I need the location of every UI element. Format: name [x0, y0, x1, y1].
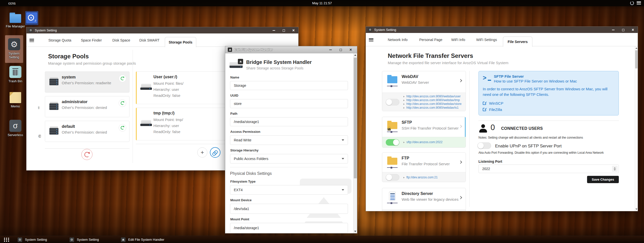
mount-device-input[interactable]	[230, 204, 348, 214]
tab-disk-space[interactable]: Disk Space	[112, 38, 130, 42]
maximize-button[interactable]	[281, 28, 286, 33]
path-label: Path	[230, 112, 348, 115]
desktop-icon-trash-bin[interactable]: Trash Bin	[6, 66, 25, 83]
form-title: Bridge File System Handler	[246, 59, 312, 65]
trash-icon	[9, 66, 21, 78]
ftp-toggle-off[interactable]	[386, 174, 399, 181]
hamburger-icon[interactable]	[29, 39, 34, 42]
tab-network-info[interactable]: Network Info	[388, 38, 408, 42]
terminal-icon: >	[483, 75, 492, 82]
pool-item-administrator[interactable]: administrator Other's Permission: denied	[45, 96, 130, 117]
minimize-button[interactable]	[272, 28, 276, 33]
pool-item-default[interactable]: default Other's Permission: denied	[45, 121, 130, 142]
filesystem-type-select[interactable]: EXT4	[230, 185, 348, 195]
webdav-url-list: http://dev.arozos.com:8080/webdav/user h…	[403, 95, 462, 110]
desktop-icon-music-player[interactable]: ♪	[25, 11, 38, 25]
hamburger-icon[interactable]	[369, 38, 373, 42]
desktop-icon-serverless[interactable]: σ Serverless	[6, 120, 25, 137]
disk-drive-icon	[140, 120, 152, 126]
scroll-down-icon[interactable]	[635, 209, 637, 210]
tab-personal-page[interactable]: Personal Page	[419, 38, 442, 42]
minimize-button[interactable]	[611, 28, 616, 32]
webdav-url[interactable]: http://dev.arozos.com:8080/webdav/user	[403, 95, 462, 98]
task-item-system-setting-2[interactable]: ⚙ System Setting	[70, 236, 99, 243]
triangle-marker-icon	[403, 100, 405, 101]
tab-wifi-info[interactable]: WiFi Info	[451, 38, 465, 42]
sftp-toggle-on[interactable]	[386, 139, 399, 146]
window-titlebar[interactable]: ⚙ System Setting	[26, 27, 298, 33]
chevron-right-icon[interactable]	[459, 196, 462, 199]
close-button[interactable]: ×	[291, 28, 296, 33]
access-permission-select[interactable]: Read Write	[230, 135, 348, 145]
desktop-icon-system-setting[interactable]: ⚙ System Setting	[5, 35, 23, 63]
scrollbar[interactable]	[635, 46, 638, 211]
refresh-pool-button[interactable]	[119, 99, 126, 107]
refresh-pool-button[interactable]	[119, 75, 126, 82]
card-sftp[interactable]: SFTP SSH File Transfer Protocol Server s…	[382, 117, 466, 148]
desktop-icon-memo[interactable]: Memo	[6, 92, 25, 108]
power-icon[interactable]	[630, 1, 634, 5]
refresh-pool-button[interactable]	[119, 124, 126, 132]
ftp-url[interactable]: ftp://dev.arozos.com:21	[403, 176, 438, 179]
form-subtitle: Share Storage across Storage Pools	[246, 66, 303, 70]
tab-file-servers-active[interactable]: File Servers	[503, 36, 532, 47]
window-titlebar[interactable]: Edit File System Handler	[225, 46, 357, 53]
chevron-right-icon[interactable]	[459, 79, 462, 82]
card-ftp[interactable]: FTP File Transfer Protocol Server ftp://…	[382, 152, 466, 182]
reload-pools-button[interactable]	[81, 149, 92, 160]
minimize-button[interactable]	[328, 48, 333, 52]
upnp-toggle-off[interactable]	[477, 142, 491, 149]
name-input[interactable]	[230, 81, 348, 90]
maximize-button[interactable]	[338, 48, 343, 52]
chevron-right-icon[interactable]	[459, 160, 462, 164]
external-link-icon	[483, 102, 486, 105]
tab-space-finder[interactable]: Space Finder	[81, 38, 102, 42]
note-icon	[10, 92, 21, 103]
pool-item-system[interactable]: system Other's Permission: readwrite	[45, 71, 130, 93]
desktop-icon-label: Trash Bin	[6, 79, 25, 83]
task-item-edit-fs-handler[interactable]: Edit File System Handler	[121, 236, 164, 243]
pool-name: system	[62, 75, 76, 79]
tab-wifi-settings[interactable]: WiFi Settings	[476, 38, 497, 42]
path-input[interactable]	[230, 117, 348, 126]
sftp-url[interactable]: sftp://dev.arozos.com:2022	[403, 140, 442, 144]
save-changes-button[interactable]: Save Changes	[587, 176, 619, 183]
client-link-filezilla[interactable]: FileZilla	[483, 106, 503, 113]
scroll-up-icon[interactable]	[635, 48, 637, 49]
tab-storage-pools-active[interactable]: Storage Pools	[165, 37, 196, 47]
scrollbar-thumb[interactable]	[635, 50, 637, 68]
webdav-url[interactable]: http://dev.arozos.com:8080/webdav/is1	[403, 106, 462, 110]
webdav-toggle-off[interactable]	[386, 99, 399, 105]
tab-disk-smart[interactable]: Disk SMART	[139, 38, 159, 42]
caret-down-icon	[342, 139, 344, 141]
pool-permission: Other's Permission: denied	[62, 105, 107, 110]
desktop-icon-label: Memo	[6, 104, 25, 108]
webdav-url[interactable]: http://dev.arozos.com:8080/webdav/tmp	[403, 98, 462, 102]
window-titlebar[interactable]: ⚙ System Setting	[366, 27, 638, 33]
scroll-up-icon[interactable]	[354, 54, 356, 56]
scroll-down-icon[interactable]	[354, 231, 356, 232]
add-bridge-button[interactable]: +	[197, 147, 207, 157]
close-button[interactable]: ×	[348, 48, 353, 52]
scrollbar-thumb[interactable]	[354, 58, 357, 178]
listening-port-input[interactable]: 2022	[478, 165, 619, 173]
maximize-button[interactable]	[621, 28, 625, 32]
card-webdav[interactable]: WebDAV WebDAV Server http://dev.arozos.c…	[382, 71, 466, 111]
desktop-icon-file-manager[interactable]: File Manager	[6, 13, 25, 28]
webdav-url[interactable]: http://dev.arozos.com:8080/webdav/store	[403, 102, 462, 106]
chevron-right-icon[interactable]	[459, 125, 462, 128]
app-launcher-icon[interactable]	[4, 237, 9, 242]
card-directory-server[interactable]: Directory Server Web file viewer for leg…	[382, 188, 466, 211]
scrollbar[interactable]	[353, 53, 357, 233]
task-item-system-setting-1[interactable]: ⚙ System Setting	[18, 236, 47, 243]
tab-storage-quota[interactable]: Storage Quota	[48, 38, 71, 42]
storage-hierarchy-select[interactable]: Public Access Folders	[230, 154, 348, 164]
client-link-winscp[interactable]: WinSCP	[483, 100, 503, 106]
number-spinner[interactable]	[612, 166, 618, 172]
close-button[interactable]: ×	[631, 28, 635, 32]
link-bridge-button[interactable]	[210, 147, 220, 158]
mount-point-input[interactable]	[230, 223, 348, 233]
bridge-drive-icon	[230, 59, 243, 70]
menu-icon[interactable]	[637, 2, 641, 5]
uuid-input[interactable]	[230, 99, 348, 108]
